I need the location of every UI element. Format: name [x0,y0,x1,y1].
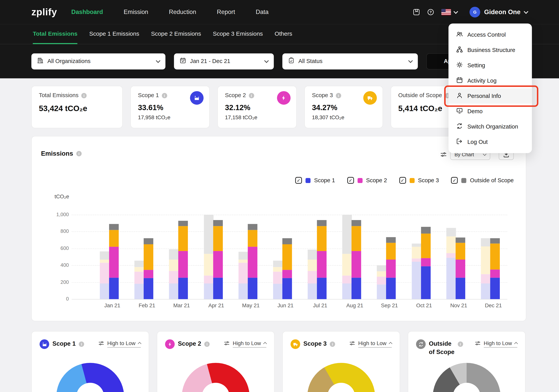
tab-scope-2-emissions[interactable]: Scope 2 Emissions [151,24,201,44]
bar-segment [481,284,491,299]
y-tick-label: 600 [49,245,69,251]
checkbox-checked-icon[interactable] [399,177,406,184]
sort-sliders-icon [98,340,104,347]
bar-segment [282,238,292,244]
tab-total-emissions[interactable]: Total Emissions [33,24,77,44]
bar-group-apr-21[interactable]: Apr 21 [203,215,229,299]
scope-3-badge-icon [290,339,300,349]
bar-segment [248,247,257,278]
legend-scope-3[interactable]: Scope 3 [399,177,439,184]
info-icon[interactable] [204,341,210,347]
bar-segment [317,220,327,226]
bar-group-sep-21[interactable]: Sep 21 [377,215,402,299]
info-icon[interactable] [249,93,254,98]
bar-group-aug-21[interactable]: Aug 21 [342,215,368,299]
bar-group-may-21[interactable]: May 21 [238,215,264,299]
scope-3-donut-chart[interactable] [307,363,375,392]
bar-segment [169,259,179,271]
info-icon[interactable] [79,341,84,347]
bar-segment [134,272,144,284]
bar-segment [377,265,387,271]
info-icon[interactable] [76,151,82,156]
card-title: Outside of Scope [429,339,455,356]
sort-control[interactable]: High to Low [349,339,392,347]
menu-item-activity-log[interactable]: Activity Log [448,73,532,89]
nav-emission[interactable]: Emission [124,9,148,16]
info-icon[interactable] [81,93,87,98]
legend-outside-of-scope[interactable]: Outside of Scope [451,177,514,184]
date-range-filter[interactable]: Jan 21 - Dec 21 [174,53,274,69]
menu-item-label: Business Structure [467,47,515,53]
bar-segment [317,226,327,251]
info-icon[interactable] [458,341,463,347]
bar-segment [100,259,110,263]
bar-segment [273,267,283,272]
legend-swatch [306,178,311,183]
bar-group-jul-21[interactable]: Jul 21 [307,215,333,299]
sort-control[interactable]: High to Low [224,339,266,347]
scope-1-donut-chart[interactable] [56,363,124,392]
outside-of-scope-donut-chart[interactable] [433,363,501,392]
legend-scope-2[interactable]: Scope 2 [347,177,387,184]
chart-settings-sliders-icon[interactable] [440,151,447,159]
menu-item-setting[interactable]: Setting [448,58,532,73]
tab-scope-1-emissions[interactable]: Scope 1 Emissions [89,24,139,44]
organization-filter[interactable]: All Organizations [31,53,166,69]
tab-others[interactable]: Others [275,24,292,44]
bar-segment [204,215,214,254]
tab-scope-3-emissions[interactable]: Scope 3 Emissions [213,24,263,44]
user-menu-trigger[interactable]: G Gideon One [469,7,528,18]
status-filter[interactable]: All Status [282,53,418,69]
scope-2-donut-chart[interactable] [182,363,250,392]
solid-bar-stack [248,224,257,299]
bar-segment [377,285,387,299]
menu-item-log-out[interactable]: Log Out [448,134,532,150]
bar-group-nov-21[interactable]: Nov 21 [446,215,471,299]
nav-data[interactable]: Data [256,9,269,16]
bar-group-jan-21[interactable]: Jan 21 [99,215,125,299]
nav-dashboard[interactable]: Dashboard [71,9,103,16]
bar-segment [342,215,352,254]
scope-2-badge-icon [277,91,290,105]
info-icon[interactable] [162,93,167,98]
menu-item-access-control[interactable]: Access Control [448,27,532,43]
bar-segment [213,220,223,226]
sort-label: High to Low [107,340,135,346]
bar-group-oct-21[interactable]: Oct 21 [411,215,437,299]
nav-report[interactable]: Report [217,9,235,16]
bar-group-dec-21[interactable]: Dec 21 [481,215,506,299]
help-icon[interactable]: ? [427,9,434,16]
bar-chart-plot: 02004006008001,000 Jan 21Feb 21Mar 21Apr… [72,215,507,299]
bar-segment [308,284,317,299]
x-tick-label: Jun 21 [273,302,298,308]
menu-item-label: Setting [467,62,485,69]
menu-item-switch-organization[interactable]: Switch Organization [448,119,532,134]
bar-segment [282,244,292,270]
bar-group-feb-21[interactable]: Feb 21 [134,215,160,299]
card-title: Scope 1 [52,339,76,348]
checkbox-checked-icon[interactable] [347,177,354,184]
menu-item-personal-info[interactable]: Personal Info [448,89,532,104]
solid-bar-stack [213,220,223,299]
legend-scope-1[interactable]: Scope 1 [295,177,335,184]
bar-segment [144,270,154,278]
chart-bars: Jan 21Feb 21Mar 21Apr 21May 21Jun 21Jul … [72,215,507,299]
sort-control[interactable]: High to Low [475,339,517,347]
info-icon[interactable] [336,93,341,98]
sort-control[interactable]: High to Low [98,339,141,347]
checkbox-checked-icon[interactable] [451,177,458,184]
bar-segment [352,251,361,278]
card-title: Scope 3 [303,339,327,348]
language-selector[interactable] [441,9,457,15]
menu-item-demo[interactable]: Demo [448,104,532,119]
docs-icon[interactable] [413,9,420,16]
bar-group-mar-21[interactable]: Mar 21 [169,215,194,299]
bar-group-jun-21[interactable]: Jun 21 [273,215,298,299]
checkbox-checked-icon[interactable] [295,177,302,184]
menu-item-business-structure[interactable]: Business Structure [448,43,532,58]
kpi-value: 18,307 tCO₂e [312,114,375,120]
brand-logo[interactable]: zplify [31,7,57,18]
info-icon[interactable] [330,341,335,347]
kpi-title: Outside of Scope [398,92,442,99]
nav-reduction[interactable]: Reduction [169,9,196,16]
